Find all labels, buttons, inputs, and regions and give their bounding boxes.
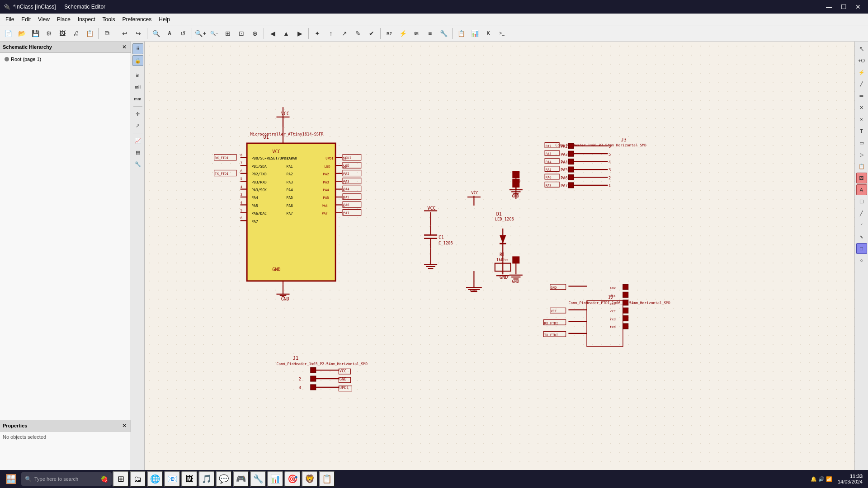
zoom-in-button[interactable]: 🔍+ (194, 27, 207, 40)
add-no-connect-button[interactable]: × (856, 114, 867, 125)
new-button[interactable]: 📄 (2, 27, 14, 40)
component-j2[interactable]: J2 Conn_PinHeader_FTDI_1x06_P2.54mm_Hori… (543, 284, 670, 347)
add-bus-button[interactable]: ═ (856, 90, 867, 101)
net-inspector-button[interactable]: 🔧 (132, 159, 143, 169)
add-junction-button[interactable]: ✕ (856, 102, 867, 113)
kicad-button[interactable]: K (482, 27, 495, 40)
add-textbox-button[interactable]: ☐ (856, 196, 867, 207)
component-c1[interactable]: C1 C_1206 VCC (424, 206, 453, 269)
menu-preferences[interactable]: Preferences (119, 15, 156, 24)
netlist-button[interactable]: 📋 (455, 27, 467, 40)
canvas-area[interactable]: VCC GND U1 Microcontroller_ATtiny1614-SS… (145, 42, 854, 474)
hierarchy-close-button[interactable]: ✕ (121, 43, 128, 51)
undo-button[interactable]: ↩ (118, 27, 131, 40)
copy-button[interactable]: ⧉ (101, 27, 113, 40)
browser-button[interactable]: 🌐 (147, 471, 163, 487)
menu-place[interactable]: Place (53, 15, 74, 24)
unit-mil-button[interactable]: mil (132, 82, 143, 93)
files-button[interactable]: 🗂 (130, 471, 146, 487)
add-arc-button[interactable]: ◜ (856, 220, 867, 230)
zoom-custom-button[interactable]: ⊕ (249, 27, 261, 40)
mail-button[interactable]: 📧 (164, 471, 180, 487)
add-circle-button[interactable]: ○ (856, 255, 867, 266)
properties-close-button[interactable]: ✕ (121, 422, 128, 429)
add-bezier-button[interactable]: ∿ (856, 231, 867, 242)
taskbar-search[interactable]: 🔍 🍓 (21, 472, 112, 486)
unit-in-button[interactable]: in (132, 70, 143, 81)
schematic-canvas[interactable]: VCC GND U1 Microcontroller_ATtiny1614-SS… (145, 42, 854, 474)
layer-button[interactable]: ▤ (132, 147, 143, 158)
plot-button[interactable]: 📋 (83, 27, 96, 40)
maximize-button[interactable]: ☐ (837, 2, 850, 11)
menu-help[interactable]: Help (155, 15, 174, 24)
photos-button[interactable]: 🖼 (181, 471, 198, 487)
grid-toggle-button[interactable]: ⠿ (132, 43, 143, 54)
print-button[interactable]: 🖨 (70, 27, 82, 40)
component-j1[interactable]: J1 Conn_PinHeader_1x03_P2.54mm_Horizonta… (276, 356, 368, 391)
script-button[interactable]: >_ (495, 27, 508, 40)
refresh-button[interactable]: ↺ (177, 27, 189, 40)
lock-button[interactable]: 🔒 (132, 55, 143, 66)
hierarchy-root-item[interactable]: Root (page 1) (3, 56, 128, 63)
toggle1-button[interactable]: ↑ (325, 27, 337, 40)
app6-button[interactable]: 🦁 (302, 471, 318, 487)
zoom-50-button[interactable]: ⊡ (235, 27, 248, 40)
highlight-button[interactable]: ✦ (311, 27, 324, 40)
nav-forward-button[interactable]: ▶ (293, 27, 306, 40)
marker-button[interactable]: ✎ (352, 27, 364, 40)
zoom-fit-button[interactable]: ⊞ (222, 27, 234, 40)
cursor-button[interactable]: ✛ (132, 108, 143, 119)
app5-button[interactable]: 🎯 (284, 471, 301, 487)
drc-button[interactable]: ✔ (365, 27, 378, 40)
toggle2-button[interactable]: ↗ (338, 27, 351, 40)
annotate-button[interactable]: A (163, 27, 176, 40)
unit-mm-button[interactable]: mm (132, 94, 143, 104)
add-hier-label-button[interactable]: ▷ (856, 149, 867, 160)
app3-button[interactable]: 🔧 (250, 471, 266, 487)
add-hier-sheet-button[interactable]: 📋 (856, 161, 867, 172)
tools2-button[interactable]: 🔧 (437, 27, 450, 40)
add-symbol-button[interactable]: +O (856, 55, 867, 66)
nav-up-button[interactable]: ▲ (280, 27, 292, 40)
menu-tools[interactable]: Tools (99, 15, 119, 24)
menu-inspect[interactable]: Inspect (74, 15, 99, 24)
zoom-out-button[interactable]: 🔍− (208, 27, 221, 40)
add-image-button[interactable]: 🖼 (856, 173, 867, 183)
save-button[interactable]: 💾 (29, 27, 42, 40)
select-button[interactable]: ↖ (856, 43, 867, 54)
menu-file[interactable]: File (2, 15, 18, 24)
app2-button[interactable]: 🎮 (233, 471, 249, 487)
app4-button[interactable]: 📊 (267, 471, 283, 487)
search-button[interactable]: 🔍 (150, 27, 162, 40)
add-text-button[interactable]: A (856, 184, 867, 195)
sim-button[interactable]: ≋ (410, 27, 423, 40)
bus-button[interactable]: ≡ (424, 27, 436, 40)
minimize-button[interactable]: — (823, 2, 835, 11)
bom-button[interactable]: 📊 (468, 27, 481, 40)
menu-view[interactable]: View (34, 15, 53, 24)
taskview-button[interactable]: ⊞ (113, 471, 129, 487)
redo-button[interactable]: ↪ (132, 27, 145, 40)
app7-button[interactable]: 📋 (319, 471, 335, 487)
assign-ref-button[interactable]: R? (383, 27, 396, 40)
wire-mode-button[interactable]: ↗ (132, 120, 143, 131)
msg-button[interactable]: 💬 (216, 471, 232, 487)
component-u1[interactable]: VCC GND U1 Microcontroller_ATtiny1614-SS… (214, 107, 361, 301)
export-button[interactable]: 🖼 (56, 27, 69, 40)
graph-button[interactable]: 📈 (132, 135, 143, 146)
search-input[interactable] (34, 476, 98, 482)
settings-button[interactable]: ⚙ (42, 27, 55, 40)
add-line-button[interactable]: ╱ (856, 208, 867, 219)
nav-back-button[interactable]: ◀ (266, 27, 279, 40)
add-label-button[interactable]: T (856, 126, 867, 136)
add-global-label-button[interactable]: ▭ (856, 137, 867, 148)
footprint-button[interactable]: ⚡ (396, 27, 409, 40)
add-power-button[interactable]: ⚡ (856, 67, 867, 78)
menu-edit[interactable]: Edit (18, 15, 34, 24)
close-button[interactable]: ✕ (852, 2, 864, 11)
add-rect-button[interactable]: □ (856, 243, 867, 254)
start-button[interactable]: 🪟 (2, 471, 20, 487)
component-j3[interactable]: J3 Conn_PinHeader_1x06_P2.54mm_Horizonta… (545, 137, 646, 188)
open-button[interactable]: 📂 (15, 27, 28, 40)
add-wire-button[interactable]: ╱ (856, 79, 867, 89)
